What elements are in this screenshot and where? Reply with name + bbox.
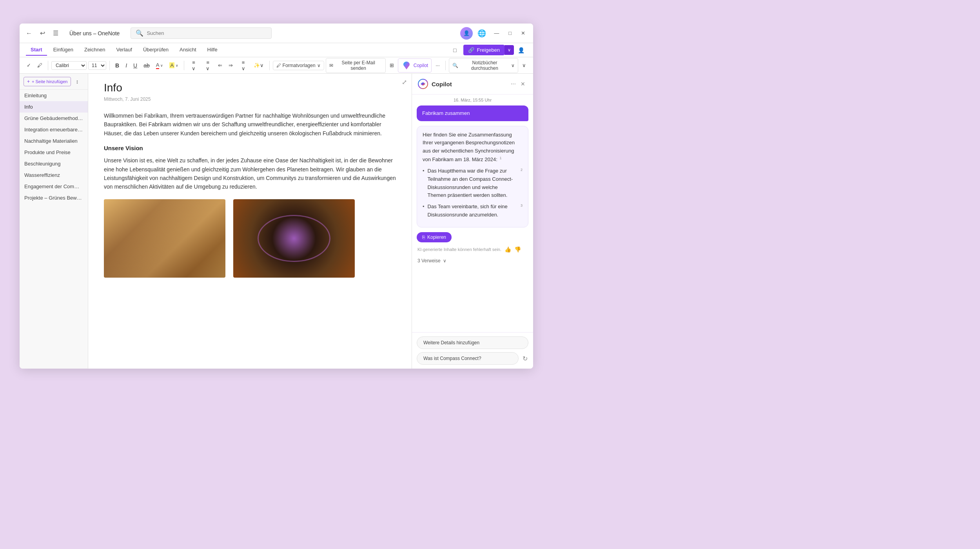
sidebar-item-info[interactable]: Info — [20, 101, 88, 113]
verweise-text: 3 Verweise — [417, 258, 441, 264]
tab-verlauf[interactable]: Verlauf — [111, 44, 136, 56]
globe-button[interactable]: 🌐 — [476, 27, 488, 39]
email-icon: ✉ — [329, 63, 333, 68]
font-size-select[interactable]: 11 — [88, 61, 106, 70]
copy-button[interactable]: ⎘ Kopieren — [417, 232, 452, 242]
thumbs-up-button[interactable]: 👍 — [505, 246, 511, 253]
sidebar-item-engagement[interactable]: Engagement der Commu... — [20, 181, 88, 192]
suggestion-1-button[interactable]: Weitere Details hinzufügen — [417, 336, 528, 349]
copilot-panel: Copilot ··· ✕ 16. März, 15:55 Uhr Fabrik… — [412, 74, 533, 369]
bold-button[interactable]: B — [113, 61, 122, 70]
copilot-bullet-2: Das Team vereinbarte, sich für eine Disk… — [423, 203, 523, 219]
underline-button[interactable]: U — [131, 61, 140, 70]
copilot-white-message: Hier finden Sie eine Zusammenfassung Ihr… — [417, 126, 528, 227]
toolbar-sep-4 — [269, 61, 270, 70]
tab-ansicht[interactable]: Ansicht — [175, 44, 201, 56]
thumbs-down-button[interactable]: 👎 — [514, 246, 521, 253]
person-button[interactable]: 👤 — [515, 45, 527, 55]
strikethrough-button[interactable]: ab — [141, 61, 152, 70]
toolbar-sep-5 — [445, 61, 446, 70]
share-button[interactable]: 🔗 Freigeben — [463, 45, 505, 55]
sidebar-item-materialien[interactable]: Nachhaltige Materialien — [20, 135, 88, 147]
verweise-row[interactable]: 3 Verweise ∨ — [412, 256, 533, 268]
expand-toolbar-button[interactable]: ∨ — [520, 61, 528, 70]
styles-button[interactable]: ✨∨ — [251, 61, 266, 70]
menu-button[interactable]: ☰ — [51, 28, 60, 38]
sidebar-item-projekte[interactable]: Projekte – Grünes Bewoh... — [20, 192, 88, 204]
maximize-button[interactable]: □ — [505, 29, 515, 38]
note-paragraph-1: Willkommen bei Fabrikam, Ihrem vertrauen… — [104, 111, 396, 138]
refresh-button[interactable]: ↻ — [522, 354, 528, 363]
copilot-body: 16. März, 15:55 Uhr Fabrikam zusammen Hi… — [412, 95, 533, 332]
notebooks-search-button[interactable]: 🔍 Notizbücher durchsuchen ∨ — [449, 58, 518, 73]
sidebar-actions: + + Seite hinzufügen ↕ — [20, 74, 88, 90]
title-bar-right: 👤 🌐 — □ ✕ — [460, 27, 528, 40]
bullets-button[interactable]: ≡ ∨ — [187, 58, 200, 73]
search-input[interactable] — [147, 30, 267, 36]
email-page-button[interactable]: ✉ Seite per E-Mail senden — [326, 58, 386, 73]
note-title: Info — [104, 82, 396, 94]
minimize-button[interactable]: — — [491, 29, 502, 38]
avatar: 👤 — [460, 27, 473, 40]
checkmark-button[interactable]: ✓ — [24, 61, 33, 70]
add-page-button[interactable]: + + Seite hinzufügen — [24, 77, 71, 86]
italic-button[interactable]: I — [123, 61, 129, 70]
indent-increase-button[interactable]: ⇒ — [226, 61, 235, 70]
tab-einfuegen[interactable]: Einfügen — [49, 44, 78, 56]
tab-start[interactable]: Start — [26, 44, 47, 56]
copy-icon: ⎘ — [422, 235, 425, 240]
copilot-toolbar-button[interactable]: Copilot — [398, 58, 432, 73]
suggestion-2-button[interactable]: Was ist Compass Connect? — [417, 352, 519, 365]
sidebar-item-beschleunigung[interactable]: Beschleunigung — [20, 158, 88, 169]
collapse-ribbon-button[interactable]: □ — [451, 45, 459, 55]
title-bar-nav: ← ↩ ☰ — [24, 28, 63, 38]
tab-ueberpruefen[interactable]: Überprüfen — [138, 44, 173, 56]
sidebar-item-integration[interactable]: Integration erneuerbarer... — [20, 124, 88, 135]
share-arrow-button[interactable]: ∨ — [505, 45, 514, 55]
more-button[interactable]: ··· — [433, 61, 442, 70]
toolbar-sep-1 — [48, 61, 48, 70]
chevron-down-icon: ∨ — [443, 258, 446, 264]
tab-hilfe[interactable]: Hilfe — [203, 44, 222, 56]
search-icon: 🔍 — [136, 29, 143, 37]
numbering-button[interactable]: ≡ ∨ — [201, 58, 214, 73]
sort-button[interactable]: ↕ — [74, 77, 80, 86]
sidebar-item-wasser[interactable]: Wassereffizienz — [20, 169, 88, 181]
copilot-menu-button[interactable]: ··· — [508, 80, 518, 88]
copilot-close-button[interactable]: ✕ — [518, 80, 528, 88]
svg-point-1 — [422, 83, 424, 85]
table-button[interactable]: ⊞ — [387, 61, 396, 70]
paint-button[interactable]: 🖊 — [35, 61, 45, 70]
font-family-select[interactable]: Calibri — [51, 61, 87, 70]
sidebar-item-einleitung[interactable]: Einleitung — [20, 90, 88, 101]
tab-zeichnen[interactable]: Zeichnen — [80, 44, 110, 56]
copilot-title: Copilot — [432, 81, 508, 87]
share-icon: 🔗 — [468, 47, 474, 53]
app-window: ← ↩ ☰ Über uns – OneNote 🔍 👤 🌐 — □ ✕ Sta… — [20, 24, 533, 369]
ribbon-right: □ 🔗 Freigeben ∨ 👤 — [451, 45, 527, 55]
search-bar[interactable]: 🔍 — [131, 27, 272, 39]
copilot-footer-row: Was ist Compass Connect? ↻ — [417, 352, 528, 365]
back-button[interactable]: ← — [24, 28, 34, 38]
indent-decrease-button[interactable]: ⇐ — [216, 61, 225, 70]
ref-3: 3 — [521, 203, 523, 208]
highlight-button[interactable]: A ∨ — [167, 61, 181, 70]
ref-2: 2 — [521, 167, 523, 173]
formatvorlagen-button[interactable]: 🖊 Formatvorlagen ∨ — [273, 61, 324, 70]
toolbar: ✓ 🖊 Calibri 11 B I U ab A ∨ A ∨ ≡ ∨ ≡ ∨ … — [20, 57, 533, 74]
undo-button[interactable]: ↩ — [38, 28, 47, 38]
toolbar-sep-3 — [184, 61, 184, 70]
sidebar-item-produkte[interactable]: Produkte und Preise — [20, 147, 88, 158]
expand-button[interactable]: ⤢ — [402, 78, 407, 86]
align-button[interactable]: ≡ ∨ — [237, 58, 249, 73]
copilot-feedback: KI-generierte Inhalte können fehlerhaft … — [412, 244, 533, 256]
copilot-footer: Weitere Details hinzufügen Was ist Compa… — [412, 332, 533, 369]
wood-image — [104, 199, 225, 278]
sidebar-item-gruene-gebaeude[interactable]: Grüne Gebäudemethoden — [20, 113, 88, 124]
close-button[interactable]: ✕ — [518, 29, 528, 38]
note-date: Mittwoch, 7. Juni 2025 — [104, 96, 396, 102]
search-small-icon: 🔍 — [452, 63, 458, 68]
main-body: + + Seite hinzufügen ↕ Einleitung Info G… — [20, 74, 533, 369]
font-color-button[interactable]: A ∨ — [154, 60, 166, 71]
note-heading-1: Unsere Vision — [104, 145, 396, 151]
